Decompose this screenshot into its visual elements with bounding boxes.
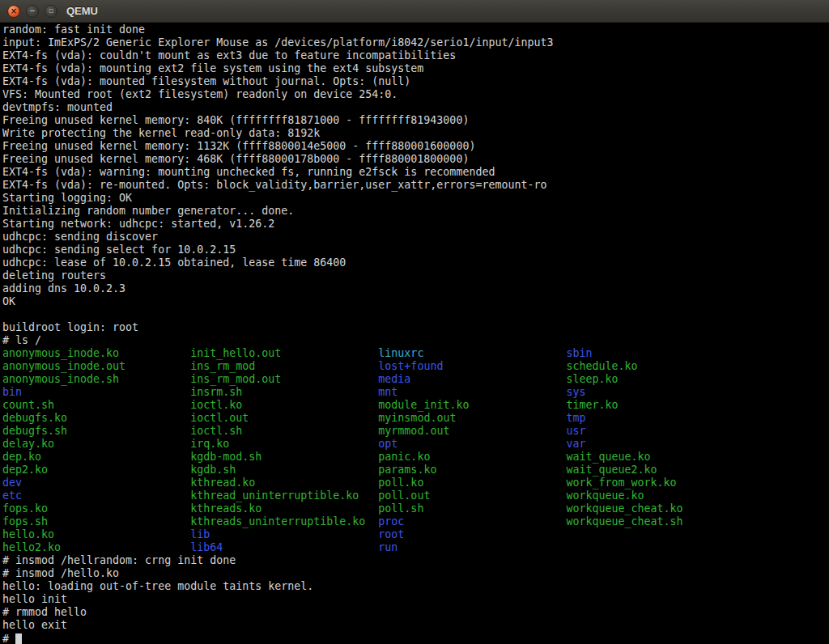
file-entry: anonymous_inode.out [2,360,190,372]
file-entry: poll.out [378,489,566,502]
file-entry: fops.ko [2,502,190,515]
file-entry: etc [2,489,190,502]
file-entry: timer.ko [567,399,755,411]
close-button[interactable]: × [7,5,20,18]
window-controls: × − ▫ [7,5,57,18]
file-entry: hello2.ko [2,541,190,553]
file-entry: wait_queue.ko [567,451,755,463]
file-entry: params.ko [378,464,566,476]
file-entry: panic.ko [378,451,566,463]
file-entry: lib64 [190,541,378,553]
file-entry: debugfs.ko [2,412,190,424]
terminal-screen[interactable]: random: fast init done input: ImExPS/2 G… [0,23,829,644]
file-entry: irq.ko [190,438,378,450]
file-entry: sys [567,386,755,398]
window-title: QEMU [66,5,98,17]
file-entry: ins_rm_mod [190,360,378,372]
file-entry: debugfs.sh [2,425,190,437]
file-entry: proc [378,515,566,527]
file-entry: lost+found [378,360,566,372]
qemu-window: × − ▫ QEMU random: fast init done input:… [0,0,829,644]
file-entry: hello.ko [2,528,190,540]
window-titlebar[interactable]: × − ▫ QEMU [0,0,829,23]
file-entry: var [567,438,755,450]
file-entry: anonymous_inode.sh [2,373,190,385]
file-entry: dep.ko [2,451,190,463]
file-entry: kthreads_uninterruptible.ko [190,515,378,527]
file-entry: fops.sh [2,515,190,527]
file-entry: ins_rm_mod.out [190,373,378,385]
file-entry: myrmmod.out [378,425,566,437]
file-entry: sleep.ko [567,373,755,385]
file-entry: usr [567,425,755,437]
file-entry: workqueue.ko [567,489,755,502]
file-entry: poll.sh [378,502,566,515]
file-entry: tmp [567,412,755,424]
file-entry: bin [2,386,190,398]
file-entry: lib [190,528,378,540]
file-entry: init_hello.out [190,347,378,359]
file-entry: linuxrc [378,347,566,359]
file-entry: workqueue_cheat.sh [567,515,755,527]
file-entry: count.sh [2,399,190,411]
file-entry: kthread_uninterruptible.ko [190,489,378,502]
maximize-button[interactable]: ▫ [45,5,57,18]
file-entry: module_init.ko [378,399,566,411]
file-entry: dep2.ko [2,464,190,476]
file-entry: anonymous_inode.ko [2,347,190,359]
file-entry: sbin [567,347,755,359]
file-entry: kthread.ko [190,477,378,489]
file-entry: myinsmod.out [378,412,566,424]
file-entry: run [378,541,566,553]
file-entry: root [378,528,566,540]
file-entry: wait_queue2.ko [567,464,755,476]
minimize-button[interactable]: − [26,5,39,18]
terminal-cursor [15,633,22,644]
file-entry: delay.ko [2,438,190,450]
file-entry: mnt [378,386,566,398]
file-entry: kthreads.ko [190,502,378,515]
file-entry: workqueue_cheat.ko [567,502,755,515]
file-entry: media [378,373,566,385]
file-entry: ioctl.ko [190,399,378,411]
file-entry: kgdb-mod.sh [190,451,378,463]
file-entry: dev [2,477,190,489]
file-entry: kgdb.sh [190,464,378,476]
file-entry: ioctl.sh [190,425,378,437]
file-entry: ioctl.out [190,412,378,424]
file-entry: poll.ko [378,477,566,489]
file-entry: work_from_work.ko [567,477,755,489]
file-entry: insrm.sh [190,386,378,398]
console-output: random: fast init done input: ImExPS/2 G… [0,23,829,644]
file-entry: schedule.ko [567,360,755,372]
file-entry: opt [378,438,566,450]
